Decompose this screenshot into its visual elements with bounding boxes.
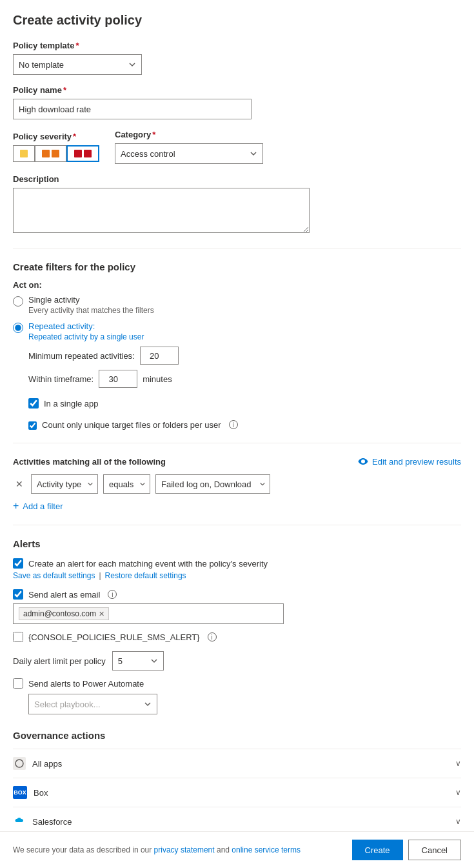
email-tag: admin@contoso.com ✕ <box>19 607 109 620</box>
governance-title: Governance actions <box>13 730 461 741</box>
filter-row: ✕ Activity type equals Failed log on, Do… <box>13 474 461 494</box>
gov-salesforce-chevron: ∨ <box>455 817 461 826</box>
sms-checkbox[interactable] <box>13 632 23 642</box>
box-icon: BOX <box>13 786 27 799</box>
single-activity-radio[interactable] <box>13 296 23 307</box>
gov-salesforce-label: Salesforce <box>32 817 72 827</box>
description-field: Description <box>13 174 461 235</box>
act-on-label: Act on: <box>13 280 461 290</box>
power-automate-row: Send alerts to Power Automate <box>13 678 461 689</box>
email-tag-address: admin@contoso.com <box>23 609 96 618</box>
category-select[interactable]: Access control <box>115 143 263 164</box>
gov-all-apps[interactable]: All apps ∨ <box>13 749 461 778</box>
policy-template-label: Policy template* <box>13 41 461 50</box>
divider-3 <box>13 525 461 525</box>
category-field: Category* Access control <box>115 130 263 164</box>
send-email-row: Send alert as email i <box>13 589 461 600</box>
send-email-section: Send alert as email i admin@contoso.com … <box>13 589 461 624</box>
power-automate-checkbox[interactable] <box>13 678 23 689</box>
filter-type-select[interactable]: Activity type <box>31 474 98 494</box>
severity-high-btn[interactable] <box>66 145 99 162</box>
send-email-label: Send alert as email <box>28 590 100 600</box>
filter-header: Activities matching all of the following… <box>13 456 461 467</box>
repeated-activity-label: Repeated activity: <box>28 321 144 331</box>
plus-icon: + <box>13 500 19 512</box>
terms-link[interactable]: online service terms <box>232 845 301 854</box>
category-label: Category* <box>115 130 263 139</box>
within-timeframe-label: Within timeframe: <box>28 374 94 384</box>
sms-label: {CONSOLE_POLICIES_RULE_SMS_ALERT} <box>28 632 200 642</box>
severity-med-dot1 <box>42 150 50 157</box>
repeated-activity-radio[interactable] <box>13 323 23 333</box>
min-repeated-label: Minimum repeated activities: <box>28 351 135 361</box>
add-filter-btn[interactable]: + Add a filter <box>13 500 63 512</box>
severity-med-dot2 <box>52 150 59 157</box>
single-activity-sub: Every activity that matches the filters <box>28 306 154 315</box>
gov-salesforce-left: Salesforce <box>13 815 72 828</box>
daily-limit-select[interactable]: 5 10 20 50 <box>112 651 164 671</box>
footer-text: We secure your data as described in our … <box>13 845 301 854</box>
repeated-activity-sub: Repeated activity by a single user <box>28 332 144 341</box>
footer-bar: We secure your data as described in our … <box>0 831 474 868</box>
footer-and: and <box>217 845 232 854</box>
create-button[interactable]: Create <box>352 840 403 860</box>
cancel-button[interactable]: Cancel <box>408 840 461 860</box>
send-email-info-icon: i <box>108 590 117 599</box>
gov-box[interactable]: BOX Box ∨ <box>13 778 461 807</box>
svg-point-0 <box>15 760 23 767</box>
severity-label: Policy severity* <box>13 132 99 141</box>
save-default-link[interactable]: Save as default settings <box>13 571 95 580</box>
divider-2 <box>13 443 461 443</box>
severity-high-dot2 <box>84 150 92 157</box>
description-label: Description <box>13 174 461 184</box>
description-textarea[interactable] <box>13 188 310 233</box>
single-activity-label: Single activity <box>28 295 154 305</box>
email-input-box[interactable]: admin@contoso.com ✕ <box>13 603 284 624</box>
email-tag-remove[interactable]: ✕ <box>99 610 104 618</box>
within-timeframe-input[interactable] <box>99 370 137 388</box>
create-alert-checkbox[interactable] <box>13 558 23 569</box>
filter-operator-select[interactable]: equals <box>103 474 150 494</box>
policy-name-label: Policy name* <box>13 85 461 95</box>
remove-filter-btn[interactable]: ✕ <box>13 478 26 490</box>
count-unique-info-icon: i <box>229 420 238 429</box>
send-email-checkbox[interactable] <box>13 589 23 600</box>
privacy-link[interactable]: privacy statement <box>154 845 215 854</box>
repeated-options: Minimum repeated activities: Within time… <box>28 347 461 430</box>
policy-name-input[interactable] <box>13 99 252 119</box>
divider-1 <box>13 248 461 248</box>
severity-medium-btn[interactable] <box>35 145 66 162</box>
single-activity-option: Single activity Every activity that matc… <box>13 295 461 315</box>
restore-default-link[interactable]: Restore default settings <box>105 571 186 580</box>
links-separator: | <box>99 571 101 580</box>
repeated-activity-option: Repeated activity: Repeated activity by … <box>13 321 461 341</box>
single-app-checkbox[interactable] <box>28 398 39 409</box>
sms-info-icon: i <box>208 632 217 641</box>
severity-category-row: Policy severity* Category* <box>13 130 461 164</box>
all-apps-icon <box>13 757 26 770</box>
radio-group: Single activity Every activity that matc… <box>13 295 461 341</box>
eye-icon <box>358 456 368 467</box>
power-automate-label: Send alerts to Power Automate <box>28 679 144 689</box>
single-app-row: In a single app <box>28 398 461 409</box>
salesforce-icon <box>13 815 26 828</box>
gov-box-left: BOX Box <box>13 786 48 799</box>
severity-low-btn[interactable] <box>13 145 35 162</box>
playbook-select[interactable]: Select playbook... <box>28 694 157 714</box>
severity-low-dot <box>20 150 28 157</box>
count-unique-row: Count only unique target files or folder… <box>28 420 461 430</box>
activities-section: Activities matching all of the following… <box>13 456 461 512</box>
timeframe-unit: minutes <box>143 374 172 384</box>
policy-template-select[interactable]: No template <box>13 54 142 75</box>
filter-value-select[interactable]: Failed log on, Download <box>155 474 270 494</box>
alerts-title: Alerts <box>13 538 461 549</box>
create-alert-label: Create an alert for each matching event … <box>28 559 268 569</box>
edit-preview-btn[interactable]: Edit and preview results <box>358 456 461 467</box>
activities-title: Activities matching all of the following <box>13 457 166 467</box>
gov-all-apps-left: All apps <box>13 757 62 770</box>
min-repeated-input[interactable] <box>140 347 179 365</box>
alert-links-row: Save as default settings | Restore defau… <box>13 571 461 580</box>
add-filter-label: Add a filter <box>23 501 63 511</box>
count-unique-checkbox[interactable] <box>28 421 37 430</box>
gov-box-chevron: ∨ <box>455 788 461 797</box>
